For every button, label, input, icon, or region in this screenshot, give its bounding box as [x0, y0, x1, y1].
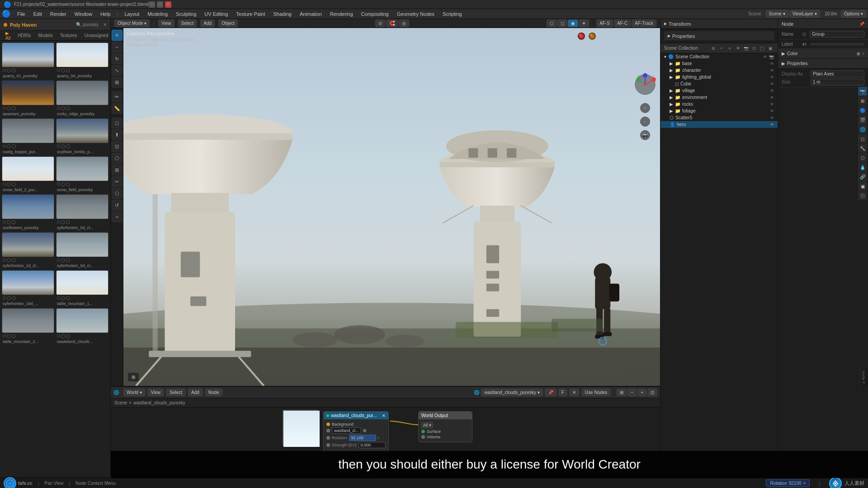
knife-tool[interactable]: ✂ — [112, 176, 123, 187]
sc-cam-scene[interactable]: 📷 — [769, 55, 774, 59]
size-value[interactable]: 1 m — [811, 79, 864, 85]
viewport-3d[interactable]: Camera Perspective (1) Scene Collection … — [123, 28, 660, 386]
list-item[interactable]: ⬡◯◯ snow_field_puresky — [56, 156, 108, 192]
scene-item-rocks[interactable]: ▶ 📁 rocks 👁 — [660, 101, 778, 108]
node-pin-btn[interactable]: 📌 — [545, 389, 557, 396]
add-cube-tool[interactable]: ◻ — [112, 117, 123, 128]
ws-tab-animation-menu[interactable]: Animation — [296, 10, 326, 18]
close-btn[interactable]: ✕ — [165, 1, 171, 8]
ws-tab-rendering-menu[interactable]: Rendering — [326, 10, 357, 18]
viewlayer-select[interactable]: ViewLayer ▾ — [789, 10, 820, 18]
scene-item-hero[interactable]: 👤 hero 👁 — [660, 121, 778, 128]
scene-item-lighting[interactable]: ▶ 📁 lighting_global 👁 — [660, 74, 778, 80]
loop-cut-tool[interactable]: ⊞ — [112, 164, 123, 175]
shading-material[interactable]: ◉ — [568, 19, 578, 27]
prop-modifier-icon[interactable]: 🔧 — [858, 144, 867, 153]
use-nodes-btn[interactable]: Use Nodes — [582, 389, 610, 396]
scene-item-base[interactable]: ▶ 📁 base 👁 — [660, 60, 778, 67]
menu-edit[interactable]: Edit — [30, 10, 46, 18]
scene-item-village[interactable]: ▶ 📁 village 👁 — [660, 87, 778, 94]
transform-header[interactable]: ▶ Transform — [660, 19, 778, 29]
pivot-btn[interactable]: ⊙ — [375, 19, 385, 27]
char-eye[interactable]: 👁 — [770, 68, 774, 73]
prop-constr-icon[interactable]: 🔗 — [858, 172, 867, 181]
hdri-environment-node[interactable]: wastland_clouds_pur... ✕ Background wast… — [323, 411, 389, 451]
light-eye[interactable]: 👁 — [770, 75, 774, 80]
scene-col-eye[interactable]: 👁 — [734, 45, 741, 52]
prop-scene-icon[interactable]: 🎬 — [858, 115, 867, 124]
node-socket-img[interactable] — [326, 429, 330, 432]
list-item[interactable]: ⬡◯◯ quarry_01_puresky — [2, 42, 54, 79]
scene-col-holdout[interactable]: ◯ — [759, 45, 766, 52]
af-c-btn[interactable]: AF-C — [614, 19, 631, 27]
node-add-btn[interactable]: Add — [188, 389, 203, 396]
node-strength-value[interactable]: 0.000 — [359, 442, 386, 448]
camera-nav-btn[interactable]: 📷 — [640, 130, 650, 140]
proportional-btn[interactable]: ◎ — [399, 19, 409, 27]
node-socket-strength[interactable] — [326, 443, 330, 447]
node-zoom-out-btn[interactable]: − — [627, 389, 637, 396]
options-btn[interactable]: Options ▾ — [841, 10, 866, 18]
close-left-panel[interactable]: ✕ — [103, 22, 107, 27]
smooth-tool[interactable]: ≈ — [112, 211, 123, 222]
scatter-eye[interactable]: 👁 — [770, 116, 774, 120]
node-world-select[interactable]: World ▾ — [123, 389, 145, 396]
menu-render[interactable]: Render — [47, 10, 70, 18]
list-item[interactable]: ⬡◯◯ table_mountain_1... — [56, 270, 108, 306]
scene-col-indirect[interactable]: ▣ — [767, 45, 774, 52]
ws-tab-geometry-menu[interactable]: Geometry Nodes — [393, 10, 438, 18]
scene-item-env[interactable]: ▶ 📁 environment 👁 — [660, 94, 778, 101]
section-textures[interactable]: Textures — [57, 32, 80, 39]
transform-tool[interactable]: ⊞ — [112, 77, 123, 88]
scale-tool[interactable]: ⤡ — [112, 65, 123, 76]
shading-wire[interactable]: ⬡ — [547, 19, 557, 27]
minimize-btn[interactable]: ─ — [149, 1, 155, 8]
scene-col-viewport[interactable]: ⊡ — [750, 45, 758, 52]
node-socket-volume[interactable] — [421, 435, 425, 439]
shading-solid[interactable]: ◻ — [557, 19, 567, 27]
node-socket-rotation[interactable] — [326, 436, 330, 440]
display-as-value[interactable]: Plain Axes — [811, 70, 864, 77]
node-zoom-in-btn[interactable]: + — [637, 389, 646, 396]
add-btn[interactable]: Add — [200, 19, 215, 27]
bevel-tool[interactable]: ⬠ — [112, 153, 123, 164]
snap-btn[interactable]: 🧲 — [386, 19, 398, 27]
rotation-arrow[interactable]: › — [378, 436, 379, 440]
spin-tool[interactable]: ↺ — [112, 200, 123, 211]
move-tool[interactable]: ↔ — [112, 42, 123, 52]
ws-tab-shading-menu[interactable]: Shading — [270, 10, 295, 18]
list-item[interactable]: ⬡◯◯ syferfontein_18d_... — [2, 270, 54, 306]
village-eye[interactable]: 👁 — [770, 89, 774, 93]
prop-data-icon[interactable]: ▣ — [858, 182, 867, 191]
inset-tool[interactable]: ⊡ — [112, 141, 123, 152]
list-item[interactable]: ⬡◯◯ rustig_koppie_pur... — [2, 118, 54, 155]
list-item[interactable]: ⬡◯◯ syferfontein_0d_cl... — [56, 194, 108, 230]
node-unlink-btn[interactable]: ✕ — [569, 389, 579, 396]
list-item[interactable]: ⬡◯◯ snow_field_2_pur... — [2, 156, 54, 192]
list-item[interactable]: ⬡◯◯ quarry_04_puresky — [56, 42, 108, 79]
rotate-tool[interactable]: ↻ — [112, 53, 123, 64]
axis-gizmo[interactable]: X Y Z — [634, 73, 656, 96]
annotate-tool[interactable]: ✏ — [112, 91, 123, 102]
zoom-out-btn[interactable]: − — [640, 117, 650, 127]
output-target-select[interactable]: All ▾ — [421, 422, 433, 428]
list-item[interactable]: ⬡◯◯ wasteland_clouds... — [56, 308, 108, 344]
node-socket-surface[interactable] — [421, 430, 425, 433]
env-eye[interactable]: 👁 — [770, 95, 774, 100]
extrude-tool[interactable]: ⬆ — [112, 129, 123, 140]
menu-file[interactable]: File — [14, 10, 29, 18]
node-img-value[interactable]: wastland_cl... — [332, 427, 361, 434]
section-hdris[interactable]: HDRIs — [15, 32, 33, 39]
ws-tab-sculpting-menu[interactable]: Sculpting — [172, 10, 200, 18]
section-unassigned[interactable]: Unassigned — [82, 32, 111, 39]
base-eye[interactable]: 👁 — [770, 61, 774, 66]
node-overlay-btn[interactable]: ⊞ — [617, 389, 627, 396]
rotation-indicator[interactable]: Rotation 92100 > — [766, 479, 810, 487]
measure-tool[interactable]: 📏 — [112, 103, 123, 114]
scene-new-collection-icon[interactable]: + — [718, 45, 725, 52]
section-models[interactable]: Models — [36, 32, 56, 39]
properties-header[interactable]: ▶ Properties — [664, 31, 774, 41]
list-item[interactable]: ⬡◯◯ syferfontein_1d_cl... — [2, 232, 54, 268]
prop-render-icon[interactable]: 📷 — [858, 87, 867, 96]
cube-eye[interactable]: 👁 — [770, 82, 774, 86]
